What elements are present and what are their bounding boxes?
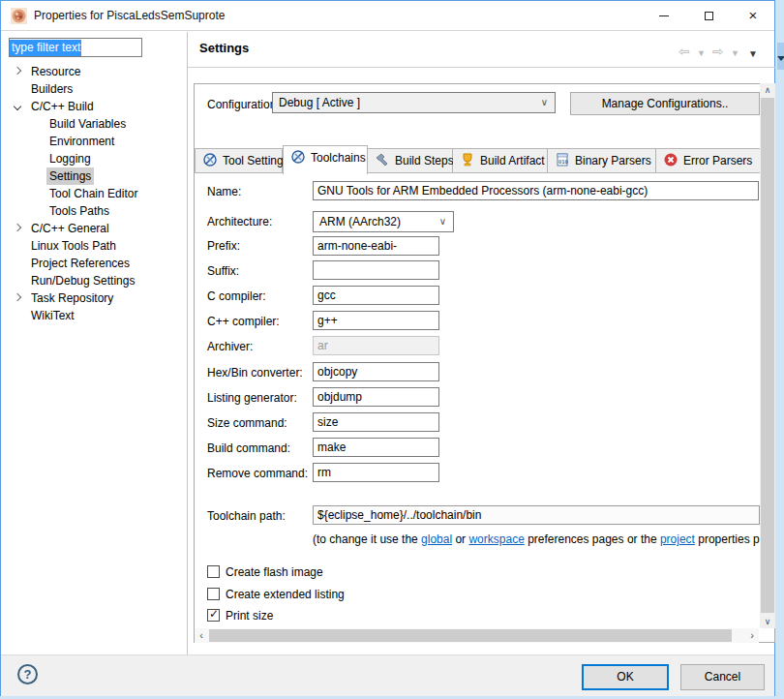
chevron-down-icon: ∨ (541, 93, 548, 112)
scroll-right-icon[interactable]: › (745, 628, 759, 643)
page-title: Settings (199, 41, 249, 55)
checkbox-icon[interactable] (207, 588, 220, 600)
filter-input[interactable]: type filter text (9, 38, 142, 57)
toolchains-icon (290, 149, 306, 165)
back-dropdown-icon[interactable]: ▼ (697, 48, 706, 58)
name-input[interactable] (313, 181, 759, 200)
tree-item-tools-paths[interactable]: Tools Paths (1, 202, 187, 220)
remove-command-label: Remove command: (207, 467, 308, 480)
toolchain-path-label: Toolchain path: (207, 509, 286, 523)
svg-text:010: 010 (558, 159, 568, 165)
header-separator (188, 67, 776, 68)
tree-item-logging[interactable]: Logging (1, 150, 187, 167)
checkbox-icon[interactable] (207, 565, 220, 578)
size-command-input[interactable] (313, 412, 439, 432)
tree-item-environment[interactable]: Environment (1, 133, 187, 150)
suffix-label: Suffix: (207, 264, 239, 278)
chevron-right-icon[interactable] (14, 293, 21, 301)
tab-toolchains[interactable]: Toolchains (283, 145, 368, 174)
forward-arrow-icon[interactable]: ⇨ (712, 44, 724, 59)
error-parsers-icon (663, 152, 678, 167)
project-link[interactable]: project (660, 532, 695, 546)
cpp-compiler-label: C++ compiler: (207, 315, 280, 328)
name-label: Name: (207, 185, 241, 198)
tab-binary-parsers[interactable]: 010 Binary Parsers (548, 148, 656, 173)
tree-item-build-variables[interactable]: Build Variables (1, 115, 187, 133)
workspace-link[interactable]: workspace (468, 532, 524, 546)
tab-build-artifact[interactable]: Build Artifact (453, 148, 548, 173)
archiver-label: Archiver: (207, 340, 253, 353)
tree-item-resource[interactable]: Resource (1, 63, 187, 80)
maximize-button[interactable] (686, 1, 731, 30)
tab-tool-settings[interactable]: Tool Settings (195, 148, 283, 173)
create-flash-image-checkbox[interactable]: Create flash image (207, 565, 323, 581)
tab-error-parsers[interactable]: Error Parsers (656, 148, 760, 173)
build-steps-icon (375, 152, 390, 167)
scroll-down-icon[interactable]: ∨ (760, 615, 775, 628)
scroll-up-icon[interactable]: ∧ (760, 83, 775, 97)
filter-input-text: type filter text (10, 40, 81, 56)
view-menu-icon[interactable]: ▼ (748, 48, 758, 59)
manage-configurations-button[interactable]: Manage Configurations.. (570, 92, 760, 115)
build-command-input[interactable] (313, 438, 439, 457)
tree-item-cpp-general[interactable]: C/C++ General (1, 220, 187, 237)
size-command-label: Size command: (207, 416, 287, 430)
forward-dropdown-icon[interactable]: ▼ (731, 48, 739, 58)
background-window-strip (776, 0, 784, 699)
hexbin-converter-label: Hex/Bin converter: (207, 366, 303, 380)
scroll-left-icon[interactable]: ‹ (195, 628, 208, 643)
print-size-checkbox[interactable]: Print size (207, 609, 273, 624)
tree-item-cpp-build[interactable]: C/C++ Build (1, 98, 187, 115)
suffix-input[interactable] (313, 260, 439, 280)
c-compiler-input[interactable] (313, 286, 439, 305)
chevron-right-icon[interactable] (14, 224, 21, 231)
tree-item-tool-chain-editor[interactable]: Tool Chain Editor (1, 185, 187, 202)
tab-bar: Tool Settings Toolchains Build Steps Bui… (195, 145, 760, 174)
vertical-scrollbar-thumb[interactable] (761, 98, 774, 613)
vertical-scrollbar[interactable]: ∧ ∨ (760, 83, 775, 628)
tree-item-builders[interactable]: Builders (1, 80, 187, 98)
listing-generator-input[interactable] (313, 387, 439, 407)
cancel-button[interactable]: Cancel (680, 664, 765, 690)
prefix-label: Prefix: (207, 239, 240, 253)
help-icon[interactable]: ? (17, 664, 38, 684)
title-bar: Properties for PiscaLedsSemSuprote × (1, 1, 774, 31)
background-dropdown-icon (777, 56, 784, 61)
c-compiler-label: C compiler: (207, 289, 266, 303)
remove-command-input[interactable] (313, 463, 439, 482)
minimize-button[interactable] (642, 1, 686, 30)
horizontal-scrollbar-thumb[interactable] (209, 629, 732, 642)
tree-item-wikitext[interactable]: WikiText (1, 307, 187, 324)
toolchain-path-input[interactable] (313, 505, 760, 525)
global-link[interactable]: global (421, 532, 452, 546)
close-button[interactable]: × (731, 1, 775, 30)
configuration-label: Configuration: (207, 98, 280, 111)
tree-item-linux-tools-path[interactable]: Linux Tools Path (1, 237, 187, 255)
create-extended-listing-checkbox[interactable]: Create extended listing (207, 588, 345, 603)
panel-divider (187, 32, 188, 654)
horizontal-scrollbar[interactable]: ‹ › (195, 628, 759, 643)
ok-button[interactable]: OK (582, 664, 669, 690)
cpp-compiler-input[interactable] (313, 311, 439, 330)
listing-generator-label: Listing generator: (207, 391, 297, 405)
app-icon (11, 8, 27, 24)
tree-item-settings[interactable]: Settings (1, 167, 187, 185)
tree-item-project-references[interactable]: Project References (1, 255, 187, 272)
tab-build-steps[interactable]: Build Steps (368, 148, 453, 173)
checkbox-checked-icon[interactable] (207, 609, 220, 622)
prefix-input[interactable] (313, 236, 439, 256)
properties-dialog: Properties for PiscaLedsSemSuprote × typ… (0, 0, 775, 696)
toolchain-path-note: (to change it use the global or workspac… (313, 532, 760, 546)
archiver-input (313, 336, 439, 355)
build-artifact-icon (460, 152, 475, 167)
chevron-down-icon: ∨ (439, 212, 446, 231)
architecture-label: Architecture: (207, 215, 272, 228)
tree-item-task-repository[interactable]: Task Repository (1, 289, 187, 307)
chevron-right-icon[interactable] (14, 67, 21, 75)
chevron-down-icon[interactable] (14, 103, 21, 110)
hexbin-converter-input[interactable] (313, 362, 439, 381)
back-arrow-icon[interactable]: ⇦ (678, 44, 690, 59)
configuration-select[interactable]: Debug [ Active ] ∨ (272, 92, 556, 113)
architecture-select[interactable]: ARM (AArch32) ∨ (313, 211, 454, 232)
tree-item-run-debug-settings[interactable]: Run/Debug Settings (1, 272, 187, 289)
